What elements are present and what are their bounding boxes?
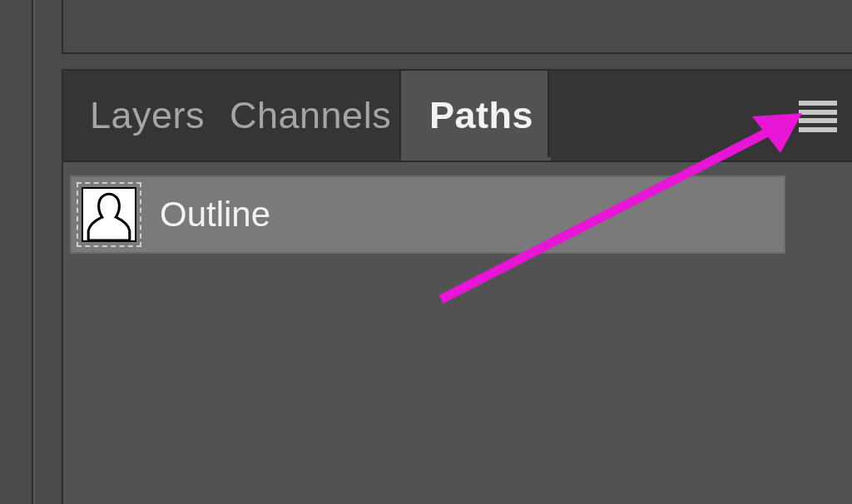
panel-tab-strip: Layers Channels Paths [63, 71, 852, 162]
tab-paths[interactable]: Paths [399, 69, 549, 159]
dock-strip [0, 0, 33, 504]
tab-channels[interactable]: Channels [203, 71, 399, 161]
hamburger-icon [799, 127, 837, 132]
path-row[interactable]: Outline [70, 175, 785, 254]
panel-gap [35, 54, 852, 69]
path-thumbnail[interactable] [77, 182, 141, 247]
paths-panel-body: Outline [63, 162, 852, 504]
upper-collapsed-panel [62, 0, 852, 54]
tab-layers[interactable]: Layers [63, 71, 203, 161]
panel-flyout-menu-button[interactable] [799, 101, 837, 132]
hamburger-icon [799, 118, 837, 123]
hamburger-icon [799, 110, 837, 115]
path-name-label: Outline [160, 195, 270, 235]
hamburger-icon [799, 101, 837, 106]
layers-channels-paths-panel: Layers Channels Paths Outline [62, 69, 852, 504]
silhouette-icon [82, 187, 136, 242]
